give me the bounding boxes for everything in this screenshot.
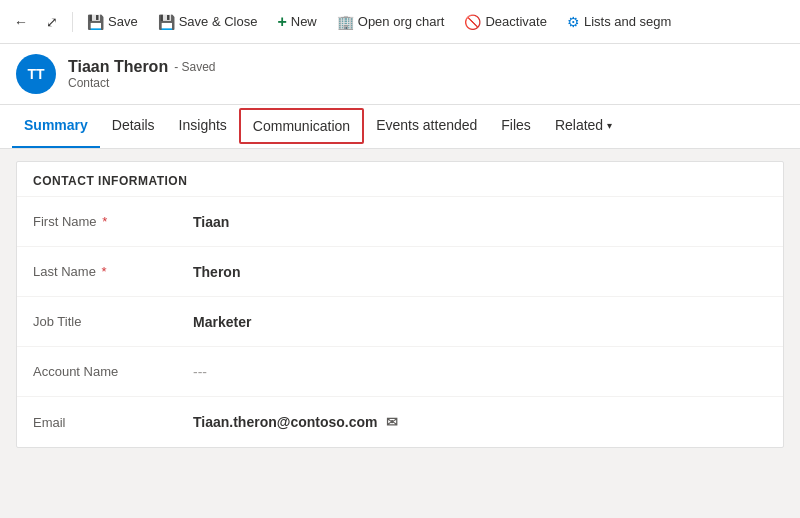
field-value-firstname[interactable]: Tiaan [193, 214, 767, 230]
back-button[interactable]: ← [8, 10, 34, 34]
open-org-button[interactable]: 🏢 Open org chart [329, 10, 453, 34]
field-label-email: Email [33, 415, 193, 430]
contact-type: Contact [68, 76, 216, 90]
lists-label: Lists and segm [584, 14, 671, 29]
new-button[interactable]: + New [269, 9, 324, 35]
toolbar: ← ⤢ 💾 Save 💾 Save & Close + New 🏢 Open o… [0, 0, 800, 44]
required-marker-firstname: * [102, 214, 107, 229]
field-label-jobtitle: Job Title [33, 314, 193, 329]
save-close-icon: 💾 [158, 14, 175, 30]
open-org-label: Open org chart [358, 14, 445, 29]
contact-info-section: CONTACT INFORMATION First Name * Tiaan L… [16, 161, 784, 448]
contact-full-name: Tiaan Theron [68, 58, 168, 76]
tab-bar: Summary Details Insights Communication E… [0, 105, 800, 149]
main-content: CONTACT INFORMATION First Name * Tiaan L… [0, 149, 800, 517]
contact-header: TT Tiaan Theron - Saved Contact [0, 44, 800, 105]
expand-icon: ⤢ [46, 14, 58, 30]
save-close-label: Save & Close [179, 14, 258, 29]
contact-name-row: Tiaan Theron - Saved [68, 58, 216, 76]
field-value-email[interactable]: Tiaan.theron@contoso.com ✉ [193, 414, 767, 430]
field-row-email: Email Tiaan.theron@contoso.com ✉ [17, 397, 783, 447]
saved-badge: - Saved [174, 60, 215, 74]
divider-1 [72, 12, 73, 32]
tab-files[interactable]: Files [489, 104, 543, 148]
field-label-lastname: Last Name * [33, 264, 193, 279]
tab-communication[interactable]: Communication [239, 108, 364, 144]
deactivate-button[interactable]: 🚫 Deactivate [456, 10, 554, 34]
deactivate-label: Deactivate [485, 14, 546, 29]
field-row-jobtitle: Job Title Marketer [17, 297, 783, 347]
field-label-accountname: Account Name [33, 364, 193, 379]
save-close-button[interactable]: 💾 Save & Close [150, 10, 266, 34]
new-icon: + [277, 13, 286, 31]
expand-button[interactable]: ⤢ [38, 10, 66, 34]
avatar: TT [16, 54, 56, 94]
field-value-jobtitle[interactable]: Marketer [193, 314, 767, 330]
chevron-down-icon: ▾ [607, 120, 612, 131]
field-row-firstname: First Name * Tiaan [17, 197, 783, 247]
email-icon[interactable]: ✉ [386, 414, 398, 430]
section-title: CONTACT INFORMATION [17, 162, 783, 197]
field-value-accountname[interactable]: --- [193, 364, 767, 380]
save-icon: 💾 [87, 14, 104, 30]
back-icon: ← [14, 14, 28, 30]
field-row-lastname: Last Name * Theron [17, 247, 783, 297]
field-label-firstname: First Name * [33, 214, 193, 229]
contact-info: Tiaan Theron - Saved Contact [68, 58, 216, 90]
deactivate-icon: 🚫 [464, 14, 481, 30]
required-marker-lastname: * [102, 264, 107, 279]
tab-related[interactable]: Related ▾ [543, 104, 624, 148]
tab-details[interactable]: Details [100, 104, 167, 148]
tab-events[interactable]: Events attended [364, 104, 489, 148]
tab-summary[interactable]: Summary [12, 104, 100, 148]
org-icon: 🏢 [337, 14, 354, 30]
avatar-initials: TT [27, 66, 44, 82]
field-value-lastname[interactable]: Theron [193, 264, 767, 280]
lists-icon: ⚙ [567, 14, 580, 30]
save-button[interactable]: 💾 Save [79, 10, 146, 34]
field-row-accountname: Account Name --- [17, 347, 783, 397]
save-label: Save [108, 14, 138, 29]
tab-insights[interactable]: Insights [167, 104, 239, 148]
lists-button[interactable]: ⚙ Lists and segm [559, 10, 679, 34]
new-label: New [291, 14, 317, 29]
